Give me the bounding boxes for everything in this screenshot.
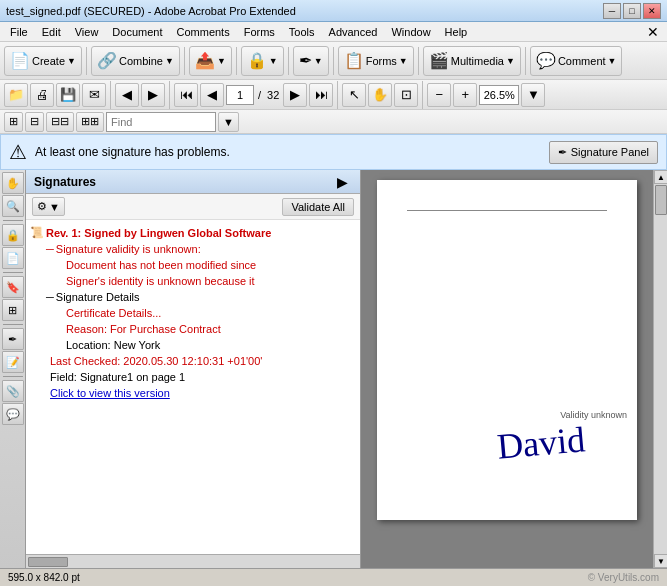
fields-lt[interactable]: 📝 [2, 351, 24, 373]
zoom-fit-button[interactable]: ⊡ [394, 83, 418, 107]
pan-tool-button[interactable]: ✋ [368, 83, 392, 107]
comment-lt[interactable]: 💬 [2, 403, 24, 425]
collapse-icon: ─ [46, 243, 54, 255]
sig-panel-toolbar: ⚙ ▼ Validate All [26, 194, 360, 220]
sig-panel-collapse-button[interactable]: ▶ [333, 174, 352, 190]
create-icon: 📄 [10, 51, 30, 70]
validity-group-label: Signature validity is unknown: [56, 243, 201, 255]
lt-sep2 [3, 272, 23, 273]
lock-lt[interactable]: 🔒 [2, 224, 24, 246]
minimize-button[interactable]: ─ [603, 3, 621, 19]
close-button[interactable]: ✕ [643, 3, 661, 19]
sig-rev1-node[interactable]: 📜 Rev. 1: Signed by Lingwen Global Softw… [26, 224, 360, 241]
create-button[interactable]: 📄 Create ▼ [4, 46, 82, 76]
export-button[interactable]: 📤 ▼ [189, 46, 232, 76]
page-dimensions: 595.0 x 842.0 pt [8, 572, 80, 583]
pen-icon: ✒ [299, 51, 312, 70]
sig-scrollbar-thumb[interactable] [28, 557, 68, 567]
zoom-input[interactable] [479, 85, 519, 105]
pages-lt[interactable]: 📄 [2, 247, 24, 269]
multimedia-button[interactable]: 🎬 Multimedia ▼ [423, 46, 521, 76]
menu-file[interactable]: File [4, 24, 34, 40]
sig-settings-button[interactable]: ⚙ ▼ [32, 197, 65, 216]
secure-dropdown-icon: ▼ [269, 56, 278, 66]
multimedia-label: Multimedia [451, 55, 504, 67]
maximize-button[interactable]: □ [623, 3, 641, 19]
signatures-tree: 📜 Rev. 1: Signed by Lingwen Global Softw… [26, 220, 360, 554]
validity-item-2: Signer's identity is unknown because it [42, 273, 360, 289]
combine-icon: 🔗 [97, 51, 117, 70]
menu-edit[interactable]: Edit [36, 24, 67, 40]
menu-tools[interactable]: Tools [283, 24, 321, 40]
comment-button[interactable]: 💬 Comment ▼ [530, 46, 623, 76]
secure-button[interactable]: 🔒 ▼ [241, 46, 284, 76]
zoom-in-button[interactable]: + [453, 83, 477, 107]
folder-button[interactable]: 📁 [4, 83, 28, 107]
menu-window[interactable]: Window [385, 24, 436, 40]
zoom-lt[interactable]: 🔍 [2, 195, 24, 217]
sign-button[interactable]: ✒ ▼ [293, 46, 329, 76]
last-page-button[interactable]: ⏭ [309, 83, 333, 107]
comment-dropdown-icon: ▼ [608, 56, 617, 66]
sep2 [184, 47, 185, 75]
find-input[interactable] [106, 112, 216, 132]
sign-dropdown-icon: ▼ [314, 56, 323, 66]
zoom-dropdown-button[interactable]: ▼ [521, 83, 545, 107]
hand-tool-lt[interactable]: ✋ [2, 172, 24, 194]
scroll-thumb-v[interactable] [655, 185, 667, 215]
bookmarks-lt[interactable]: 🔖 [2, 276, 24, 298]
details-group-title[interactable]: ─ Signature Details [42, 289, 360, 305]
view-version-link[interactable]: Click to view this version [26, 385, 360, 401]
cert-icon: 📜 [30, 226, 44, 239]
right-scrollbar[interactable]: ▲ ▼ [653, 170, 667, 568]
details-group-label: Signature Details [56, 291, 140, 303]
export-dropdown-icon: ▼ [217, 56, 226, 66]
next-view-button[interactable]: ▶ [141, 83, 165, 107]
page-input[interactable] [226, 85, 254, 105]
two-page-button[interactable]: ⊟⊟ [46, 112, 74, 132]
validity-group-title[interactable]: ─ Signature validity is unknown: [42, 241, 360, 257]
forms-label: Forms [366, 55, 397, 67]
prev-view-button[interactable]: ◀ [115, 83, 139, 107]
zoom-out-button[interactable]: − [427, 83, 451, 107]
cert-details-row[interactable]: Certificate Details... [42, 305, 360, 321]
first-page-button[interactable]: ⏮ [174, 83, 198, 107]
grid-button[interactable]: ⊞⊞ [76, 112, 104, 132]
validate-all-button[interactable]: Validate All [282, 198, 354, 216]
save-button[interactable]: 💾 [56, 83, 80, 107]
sep4 [288, 47, 289, 75]
print-button[interactable]: 🖨 [30, 83, 54, 107]
sig-rev1-label: Rev. 1: Signed by Lingwen Global Softwar… [46, 227, 271, 239]
email-button[interactable]: ✉ [82, 83, 106, 107]
status-bar: 595.0 x 842.0 pt © VeryUtils.com [0, 568, 667, 586]
scroll-up-arrow[interactable]: ▲ [654, 170, 667, 184]
menu-document[interactable]: Document [106, 24, 168, 40]
combine-button[interactable]: 🔗 Combine ▼ [91, 46, 180, 76]
sep11 [422, 81, 423, 109]
menu-bar-close[interactable]: ✕ [643, 24, 663, 40]
menu-help[interactable]: Help [439, 24, 474, 40]
validity-item-1: Document has not been modified since [42, 257, 360, 273]
prev-page-button[interactable]: ◀ [200, 83, 224, 107]
last-checked-row: Last Checked: 2020.05.30 12:10:31 +01'00… [26, 353, 360, 369]
menu-comments[interactable]: Comments [171, 24, 236, 40]
menu-advanced[interactable]: Advanced [323, 24, 384, 40]
create-label: Create [32, 55, 65, 67]
layers-lt[interactable]: ⊞ [2, 299, 24, 321]
fit-page-button[interactable]: ⊟ [25, 112, 44, 132]
attach-lt[interactable]: 📎 [2, 380, 24, 402]
forms-button[interactable]: 📋 Forms ▼ [338, 46, 414, 76]
sig-lt[interactable]: ✒ [2, 328, 24, 350]
menu-view[interactable]: View [69, 24, 105, 40]
sep10 [337, 81, 338, 109]
fit-width-button[interactable]: ⊞ [4, 112, 23, 132]
next-page-button[interactable]: ▶ [283, 83, 307, 107]
find-dropdown-button[interactable]: ▼ [218, 112, 239, 132]
forms-icon: 📋 [344, 51, 364, 70]
menu-forms[interactable]: Forms [238, 24, 281, 40]
sig-panel-scrollbar[interactable] [26, 554, 360, 568]
scroll-down-arrow[interactable]: ▼ [654, 554, 667, 568]
cursor-tool-button[interactable]: ↖ [342, 83, 366, 107]
signature-panel-button[interactable]: ✒ Signature Panel [549, 141, 658, 164]
forms-dropdown-icon: ▼ [399, 56, 408, 66]
